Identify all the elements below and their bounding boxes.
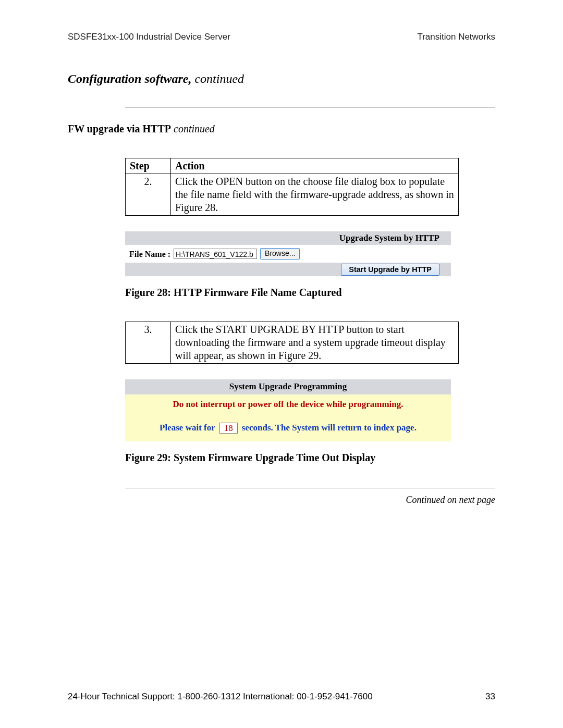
file-name-row: File Name : H:\TRANS_601_V122.b Browse..… <box>125 245 451 263</box>
panel-title: System Upgrade Programming <box>229 381 347 391</box>
sub-heading: FW upgrade via HTTP continued <box>68 122 495 136</box>
sub-heading-main: FW upgrade via HTTP <box>68 123 171 134</box>
figure-28-caption: Figure 28: HTTP Firmware File Name Captu… <box>125 286 495 300</box>
col-step: Step <box>126 158 171 174</box>
warning-area: Do not interrupt or power off the device… <box>125 394 451 441</box>
upgrade-http-panel: Upgrade System by HTTP File Name : H:\TR… <box>125 231 451 276</box>
panel-title-bar: Upgrade System by HTTP <box>125 231 451 245</box>
step-action-text: Click the OPEN button on the choose file… <box>171 174 459 216</box>
start-upgrade-http-button[interactable]: Start Upgrade by HTTP <box>341 264 439 276</box>
page-header: SDSFE31xx-100 Industrial Device Server T… <box>68 31 495 43</box>
file-name-input[interactable]: H:\TRANS_601_V122.b <box>174 249 257 259</box>
step-action-table-1: Step Action 2. Click the OPEN button on … <box>125 158 459 216</box>
step-number: 2. <box>126 174 171 216</box>
panel-button-bar: Start Upgrade by HTTP <box>125 263 451 276</box>
step-action-table-2: 3. Click the START UPGRADE BY HTTP butto… <box>125 322 459 364</box>
warning-text: Do not interrupt or power off the device… <box>127 399 449 411</box>
table-row: 2. Click the OPEN button on the choose f… <box>126 174 459 216</box>
document-page: SDSFE31xx-100 Industrial Device Server T… <box>0 0 563 728</box>
panel-title-bar: System Upgrade Programming <box>125 379 451 394</box>
step-number: 3. <box>126 322 171 364</box>
table-row: 3. Click the START UPGRADE BY HTTP butto… <box>126 322 459 364</box>
divider-top <box>125 107 495 107</box>
section-title-main: Configuration software, <box>68 72 191 85</box>
sub-heading-cont: continued <box>174 123 215 134</box>
section-title: Configuration software, continued <box>68 70 495 87</box>
divider-bottom <box>125 488 495 488</box>
panel-title: Upgrade System by HTTP <box>339 232 439 244</box>
file-name-label: File Name : <box>129 249 170 260</box>
wait-suffix: seconds. The System will return to index… <box>242 422 417 434</box>
wait-line: Please wait for 18 seconds. The System w… <box>127 422 449 434</box>
header-left: SDSFE31xx-100 Industrial Device Server <box>68 31 230 43</box>
browse-button[interactable]: Browse... <box>260 248 300 260</box>
step-action-text: Click the START UPGRADE BY HTTP button t… <box>171 322 459 364</box>
countdown-seconds: 18 <box>219 423 238 434</box>
footer-support: 24-Hour Technical Support: 1-800-260-131… <box>68 691 373 703</box>
wait-prefix: Please wait for <box>160 422 215 434</box>
system-upgrade-programming-panel: System Upgrade Programming Do not interr… <box>125 379 451 441</box>
page-footer: 24-Hour Technical Support: 1-800-260-131… <box>68 691 495 703</box>
section-title-cont: continued <box>194 72 244 85</box>
col-action: Action <box>171 158 459 174</box>
figure-29-caption: Figure 29: System Firmware Upgrade Time … <box>125 451 495 465</box>
page-number: 33 <box>485 691 495 703</box>
table-header-row: Step Action <box>126 158 459 174</box>
header-right: Transition Networks <box>417 31 495 43</box>
continued-on-next-page: Continued on next page <box>125 493 495 506</box>
